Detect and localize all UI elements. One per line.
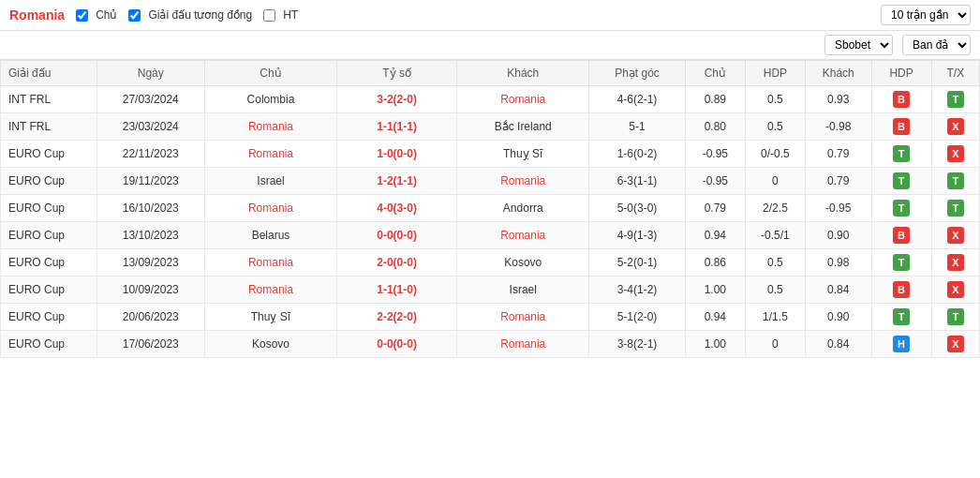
cell-hdp2: B bbox=[871, 276, 931, 304]
cell-tx: T bbox=[931, 86, 979, 113]
cell-giaidau: INT FRL bbox=[1, 113, 97, 141]
checkbox-giai-label: Giải đấu tương đồng bbox=[148, 8, 252, 22]
cell-tyso[interactable]: 4-0(3-0) bbox=[336, 195, 456, 222]
cell-hdp: 0 bbox=[745, 168, 805, 195]
cell-tyso[interactable]: 1-1(1-1) bbox=[336, 113, 456, 141]
table-row: EURO Cup 13/10/2023 Belarus 0-0(0-0) Rom… bbox=[1, 222, 980, 249]
table-row: INT FRL 23/03/2024 Romania 1-1(1-1) Bắc … bbox=[1, 113, 980, 141]
cell-phatgoc: 3-8(2-1) bbox=[589, 331, 686, 358]
cell-tx: X bbox=[931, 141, 979, 168]
cell-hdp: 1/1.5 bbox=[745, 304, 805, 331]
checkbox-chu-label: Chủ bbox=[96, 8, 117, 22]
badge-2: X bbox=[947, 118, 964, 135]
cell-hdp: -0.5/1 bbox=[745, 222, 805, 249]
cell-khach: Israel bbox=[457, 276, 589, 304]
col-giaidau: Giải đấu bbox=[1, 61, 97, 86]
cell-ngay: 19/11/2023 bbox=[97, 168, 204, 195]
cell-tx: X bbox=[931, 276, 979, 304]
col-chu: Chủ bbox=[204, 61, 336, 86]
cell-khach-dp: 0.79 bbox=[806, 168, 872, 195]
cell-tx: X bbox=[931, 249, 979, 276]
cell-chu: Belarus bbox=[204, 222, 336, 249]
cell-ngay: 22/11/2023 bbox=[97, 141, 204, 168]
cell-ngay: 13/10/2023 bbox=[97, 222, 204, 249]
cell-hdp: 2/2.5 bbox=[745, 195, 805, 222]
checkbox-giai[interactable]: Giải đấu tương đồng bbox=[128, 8, 252, 22]
cell-ngay: 20/06/2023 bbox=[97, 304, 204, 331]
cell-giaidau: EURO Cup bbox=[1, 276, 97, 304]
badge-1: B bbox=[893, 227, 910, 244]
cell-tyso[interactable]: 2-2(2-0) bbox=[336, 304, 456, 331]
cell-giaidau: EURO Cup bbox=[1, 195, 97, 222]
cell-hdp: 0/-0.5 bbox=[745, 141, 805, 168]
badge-2: T bbox=[947, 308, 964, 325]
table-row: INT FRL 27/03/2024 Colombia 3-2(2-0) Rom… bbox=[1, 86, 980, 113]
cell-hdp2: T bbox=[871, 195, 931, 222]
cell-hdp2: B bbox=[871, 222, 931, 249]
main-table: Giải đấu Ngày Chủ Tỷ số Khách Phạt góc C… bbox=[0, 60, 980, 358]
col-khach: Khách bbox=[457, 61, 589, 86]
cell-hdp2: T bbox=[871, 141, 931, 168]
cell-phatgoc: 1-6(0-2) bbox=[589, 141, 686, 168]
cell-chu-dp: 0.86 bbox=[685, 249, 745, 276]
dropdown-sbobet[interactable]: Sbobet bbox=[824, 35, 893, 55]
cell-khach: Thuỵ Sĩ bbox=[457, 141, 589, 168]
cell-hdp2: T bbox=[871, 304, 931, 331]
table-row: EURO Cup 17/06/2023 Kosovo 0-0(0-0) Roma… bbox=[1, 331, 980, 358]
cell-tx: X bbox=[931, 331, 979, 358]
cell-hdp: 0.5 bbox=[745, 113, 805, 141]
dropdown-matches[interactable]: 10 trận gần bbox=[881, 5, 971, 25]
cell-tyso[interactable]: 1-2(1-1) bbox=[336, 168, 456, 195]
cell-chu: Romania bbox=[204, 113, 336, 141]
dropdown-banda[interactable]: Ban đả bbox=[902, 35, 971, 55]
cell-phatgoc: 4-6(2-1) bbox=[589, 86, 686, 113]
cell-tx: T bbox=[931, 304, 979, 331]
cell-phatgoc: 5-0(3-0) bbox=[589, 195, 686, 222]
cell-ngay: 10/09/2023 bbox=[97, 276, 204, 304]
cell-chu-dp: 0.79 bbox=[685, 195, 745, 222]
main-container: Romania Chủ Giải đấu tương đồng HT 10 tr… bbox=[0, 0, 980, 358]
cell-khach-dp: -0.95 bbox=[806, 195, 872, 222]
col-hdp: HDP bbox=[745, 61, 805, 86]
cell-giaidau: EURO Cup bbox=[1, 222, 97, 249]
cell-hdp2: B bbox=[871, 86, 931, 113]
cell-khach-dp: 0.84 bbox=[806, 276, 872, 304]
table-row: EURO Cup 20/06/2023 Thuỵ Sĩ 2-2(2-0) Rom… bbox=[1, 304, 980, 331]
cell-giaidau: EURO Cup bbox=[1, 249, 97, 276]
cell-tx: T bbox=[931, 168, 979, 195]
cell-khach-dp: 0.90 bbox=[806, 304, 872, 331]
cell-ngay: 13/09/2023 bbox=[97, 249, 204, 276]
cell-hdp2: B bbox=[871, 113, 931, 141]
cell-hdp2: T bbox=[871, 168, 931, 195]
cell-chu: Romania bbox=[204, 141, 336, 168]
cell-phatgoc: 4-9(1-3) bbox=[589, 222, 686, 249]
cell-tx: X bbox=[931, 113, 979, 141]
cell-khach-dp: 0.98 bbox=[806, 249, 872, 276]
badge-1: B bbox=[893, 281, 910, 298]
checkbox-ht[interactable]: HT bbox=[263, 8, 298, 22]
cell-tyso[interactable]: 3-2(2-0) bbox=[336, 86, 456, 113]
cell-giaidau: EURO Cup bbox=[1, 304, 97, 331]
cell-ngay: 16/10/2023 bbox=[97, 195, 204, 222]
table-row: EURO Cup 10/09/2023 Romania 1-1(1-0) Isr… bbox=[1, 276, 980, 304]
checkbox-chu[interactable]: Chủ bbox=[76, 8, 117, 22]
cell-tyso[interactable]: 0-0(0-0) bbox=[336, 331, 456, 358]
cell-hdp2: T bbox=[871, 249, 931, 276]
cell-tyso[interactable]: 2-0(0-0) bbox=[336, 249, 456, 276]
cell-khach-dp: -0.98 bbox=[806, 113, 872, 141]
cell-giaidau: EURO Cup bbox=[1, 331, 97, 358]
cell-chu-dp: 1.00 bbox=[685, 331, 745, 358]
team-title: Romania bbox=[9, 7, 65, 22]
cell-phatgoc: 5-1 bbox=[589, 113, 686, 141]
badge-2: T bbox=[947, 91, 964, 108]
cell-tyso[interactable]: 1-0(0-0) bbox=[336, 141, 456, 168]
header-bar: Romania Chủ Giải đấu tương đồng HT 10 tr… bbox=[0, 0, 980, 31]
cell-chu: Romania bbox=[204, 195, 336, 222]
cell-ngay: 17/06/2023 bbox=[97, 331, 204, 358]
cell-tyso[interactable]: 1-1(1-0) bbox=[336, 276, 456, 304]
cell-chu-dp: -0.95 bbox=[685, 168, 745, 195]
cell-chu-dp: 1.00 bbox=[685, 276, 745, 304]
cell-tx: X bbox=[931, 222, 979, 249]
cell-tyso[interactable]: 0-0(0-0) bbox=[336, 222, 456, 249]
cell-chu-dp: 0.89 bbox=[685, 86, 745, 113]
